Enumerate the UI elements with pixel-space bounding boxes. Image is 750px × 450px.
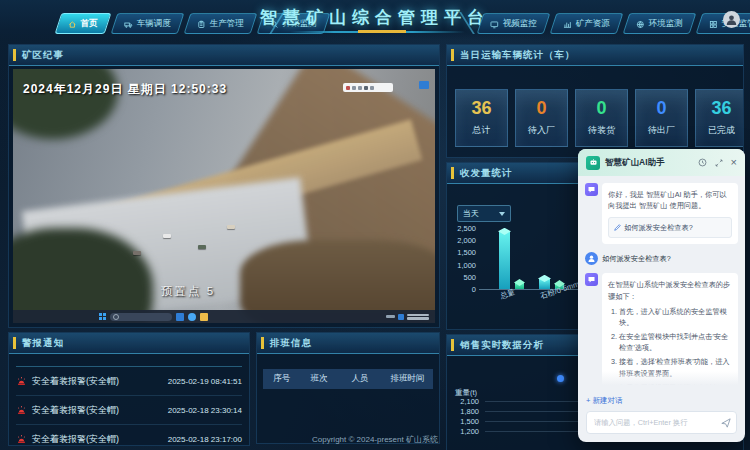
new-chat-button[interactable]: + 新建对话 [586,396,622,406]
windows-logo-icon [99,313,106,320]
panel-title: 矿区纪事 [22,49,64,62]
bot-bubble: 在智慧矿山系统中派发安全检查表的步骤如下： 首先，进入矿山系统的安全监管模块。在… [602,273,738,385]
person-icon [725,13,738,26]
ai-answer-step: 如果您已经设置了排班表定时任务，那么安全检查任务将会在指定的时间自动派发至相关的… [619,382,732,385]
nav-tab[interactable]: 环境监测 [623,13,697,34]
bar-chart-icon [563,19,572,28]
folder-icon [200,313,208,321]
date-range-dropdown[interactable]: 当天 [457,205,511,222]
bar-series-1 [539,279,550,289]
ai-panel-title: 智慧矿山AI助手 [605,157,698,169]
y-axis-tick: 1,500 [449,417,479,426]
y-axis-tick: 1,800 [449,407,479,416]
close-icon[interactable]: × [731,157,737,168]
header-accent [451,49,454,61]
ai-panel-footer: + 新建对话 [578,385,745,442]
truck [163,234,171,238]
nav-tab[interactable]: 视频监控 [477,13,551,34]
ai-assistant-panel: 智慧矿山AI助手 × 你好，我是 智慧矿山AI 助手，你可以向我提出 智慧矿山 … [578,149,745,442]
bot-avatar-icon [585,183,598,196]
pencil-icon [614,224,621,231]
alarm-text: 安全着装报警(安全帽) [32,404,168,417]
send-icon[interactable] [721,418,731,428]
stat-value: 0 [596,99,606,117]
panel-header: 警报通知 [9,333,249,354]
table-column-header: 班次 [300,373,337,385]
toolbar-glyph [358,86,362,90]
header-accent [451,167,454,179]
nav-tab-label: 环境监测 [649,18,683,30]
taskbar-search [110,313,172,321]
bot-avatar-icon [585,273,598,286]
ai-answer-step: 首先，进入矿山系统的安全监管模块。 [619,306,732,328]
ai-logo-icon [586,156,600,170]
tray-icons [386,315,395,318]
ai-input-row [586,411,737,434]
ai-panel-header: 智慧矿山AI助手 × [578,149,745,176]
nav-tab-label: 视频监控 [503,18,537,30]
stat-box: 0 待装货 [575,89,628,147]
header-accent [13,49,16,61]
stat-value: 36 [471,99,491,117]
grid-icon [709,19,718,28]
nav-tab[interactable]: 矿产资源 [550,13,624,34]
panel-header: 矿区纪事 [9,45,439,66]
stat-value: 36 [711,99,731,117]
header-accent [261,337,264,349]
bot-bubble: 你好，我是 智慧矿山AI 助手，你可以向我提出 智慧矿山 使用问题。 如何派发安… [602,183,738,244]
header-accent [451,339,454,351]
y-axis-tick: 2,000 [449,236,476,245]
top-header: 首页 车辆调度 生产管理 开采监测 智慧矿山综合管理平台 视频监控 矿产资源 环… [0,0,750,40]
panel-alarm-notifications: 警报通知 安全着装报警(安全帽) 2025-02-19 08:41:51 安全着… [8,332,250,446]
alarm-text: 安全着装报警(安全帽) [32,375,168,388]
table-column-header: 序号 [263,373,300,385]
ai-answer-intro: 在智慧矿山系统中派发安全检查表的步骤如下： [608,280,730,300]
panel-title: 警报通知 [22,337,64,350]
toolbar-glyph [352,86,356,90]
panel-header: 当日运输车辆统计（车） [447,45,743,66]
ai-answer-step: 在安全监管模块中找到并点击'安全检查'选项。 [619,331,732,353]
panel-title: 当日运输车辆统计（车） [460,49,576,62]
ai-chat-body: 你好，我是 智慧矿山AI 助手，你可以向我提出 智慧矿山 使用问题。 如何派发安… [578,176,745,385]
siren-icon [16,405,27,416]
ai-header-actions: × [698,157,737,168]
y-axis-tick: 0 [449,285,476,294]
alarm-list-item[interactable]: 安全着装报警(安全帽) 2025-02-18 23:30:14 [16,396,242,425]
suggested-question-chip[interactable]: 如何派发安全检查表? [608,217,732,238]
stat-label: 待装货 [588,124,615,137]
panel-shift-schedule: 排班信息 序号班次人员排班时间 [256,332,440,444]
stat-label: 总计 [473,124,491,137]
ai-question-input[interactable] [592,417,721,428]
table-header-row: 序号班次人员排班时间 [263,369,433,389]
panel-title: 销售实时数据分析 [460,339,544,352]
suggested-question-text: 如何派发安全检查表? [624,222,693,233]
bar-series-2 [515,283,524,289]
camera-preset-label: 预置点 5 [161,284,215,299]
panel-title: 收发量统计 [460,167,513,180]
panel-header: 排班信息 [257,333,439,354]
alarm-list-item[interactable]: 安全着装报警(安全帽) 2025-02-19 08:41:51 [16,367,242,396]
stat-box: 36 已完成 [695,89,744,147]
stat-box: 36 总计 [455,89,508,147]
ai-answer-step: 接着，选择'检查排班表'功能，进入排班表设置界面。 [619,356,732,378]
bot-message: 在智慧矿山系统中派发安全检查表的步骤如下： 首先，进入矿山系统的安全监管模块。在… [585,273,738,385]
bot-message: 你好，我是 智慧矿山AI 助手，你可以向我提出 智慧矿山 使用问题。 如何派发安… [585,183,738,244]
panel-vehicle-stats: 当日运输车辆统计（车） 36 总计 0 待入厂 0 待装货 0 待出厂 36 已… [446,44,744,158]
nav-right: 视频监控 矿产资源 环境监测 安全监管 [480,13,750,34]
ai-answer-steps: 首先，进入矿山系统的安全监管模块。在安全监管模块中找到并点击'安全检查'选项。接… [608,306,732,385]
panel-title: 排班信息 [270,337,312,350]
chevron-down-icon [499,212,505,216]
history-icon[interactable] [698,158,707,167]
stat-value: 0 [536,99,546,117]
taskbar-app-icon [176,313,184,321]
truck [133,251,141,255]
stat-label: 已完成 [708,124,735,137]
expand-icon[interactable] [715,159,723,167]
y-axis-tick: 1,000 [449,261,476,270]
y-axis-tick: 2,100 [449,397,479,406]
y-axis-tick: 500 [449,273,476,282]
tray-clock [407,314,429,320]
table-column-header: 排班时间 [382,373,433,385]
user-avatar[interactable] [723,11,740,28]
browser-icon [188,313,196,321]
